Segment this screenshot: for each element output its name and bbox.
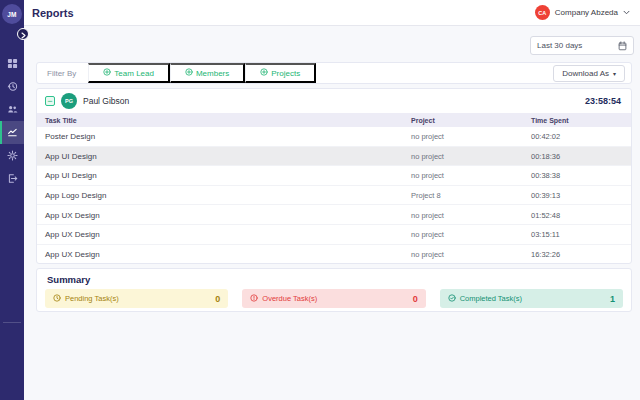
total-time-spent: 23:58:54 <box>585 96 621 106</box>
time-spent-cell: 00:18:36 <box>531 151 560 160</box>
filter-members-button[interactable]: Members <box>170 63 245 83</box>
column-task-title: Task Title <box>45 117 77 124</box>
summary-title: Summary <box>47 274 631 285</box>
task-title-cell: App UX Design <box>45 250 100 259</box>
project-cell: no project <box>411 210 444 219</box>
user-name: Paul Gibson <box>83 96 129 106</box>
filter-bar: Filter By Team Lead Members Projects Dow… <box>36 62 632 84</box>
sidebar-item-logout[interactable] <box>0 167 24 190</box>
download-as-button[interactable]: Download As ▾ <box>553 65 625 82</box>
pending-tasks-label: Pending Task(s) <box>65 294 119 303</box>
download-as-label: Download As <box>562 69 609 78</box>
sidebar-item-dashboard[interactable] <box>0 52 24 75</box>
logout-icon <box>7 173 18 184</box>
filter-by-label: Filter By <box>37 69 88 78</box>
top-header: Reports CA Company Abzeda <box>24 0 640 26</box>
time-spent-cell: 00:39:13 <box>531 191 560 200</box>
project-cell: no project <box>411 250 444 259</box>
time-spent-cell: 00:42:02 <box>531 132 560 141</box>
table-row[interactable]: App UI Design no project 00:38:38 <box>37 166 631 186</box>
pending-tasks-count: 0 <box>215 294 220 304</box>
table-header: Task Title Project Time Spent <box>37 113 631 127</box>
chevron-right-icon <box>21 25 26 43</box>
account-avatar: CA <box>535 5 550 20</box>
alert-circle-icon <box>250 294 258 304</box>
filter-team-lead-button[interactable]: Team Lead <box>88 63 170 83</box>
time-spent-cell: 00:38:38 <box>531 171 560 180</box>
account-name: Company Abzeda <box>555 8 618 17</box>
summary-panel: Summary Pending Task(s) 0 Overdue Task(s… <box>36 268 632 312</box>
check-circle-icon <box>448 294 456 304</box>
time-spent-cell: 16:32:26 <box>531 250 560 259</box>
date-range-value: Last 30 days <box>537 41 582 50</box>
project-cell: no project <box>411 230 444 239</box>
report-panel: − PG Paul Gibson 23:58:54 Task Title Pro… <box>36 88 632 264</box>
time-spent-cell: 03:15:11 <box>531 230 560 239</box>
sidebar: JM <box>0 0 24 400</box>
filter-members-label: Members <box>196 69 229 78</box>
clock-icon <box>53 294 61 304</box>
sidebar-item-settings[interactable] <box>0 144 24 167</box>
sidebar-divider <box>3 322 21 323</box>
account-menu[interactable]: CA Company Abzeda <box>535 5 630 20</box>
collapse-toggle[interactable]: − <box>45 96 55 106</box>
table-row[interactable]: App Logo Design Project 8 00:39:13 <box>37 186 631 206</box>
table-row[interactable]: App UI Design no project 00:18:36 <box>37 147 631 167</box>
completed-tasks-card: Completed Task(s) 1 <box>440 289 623 308</box>
filter-team-lead-label: Team Lead <box>114 69 154 78</box>
dashboard-icon <box>7 58 18 69</box>
filter-projects-label: Projects <box>271 69 300 78</box>
user-group-row: − PG Paul Gibson 23:58:54 <box>37 89 631 113</box>
sidebar-nav <box>0 52 24 190</box>
overdue-tasks-label: Overdue Task(s) <box>262 294 317 303</box>
task-title-cell: App Logo Design <box>45 191 106 200</box>
project-cell: Project 8 <box>411 191 441 200</box>
calendar-icon <box>618 41 627 51</box>
completed-tasks-label: Completed Task(s) <box>460 294 522 303</box>
sidebar-expand-button[interactable] <box>17 28 29 40</box>
sidebar-item-reports[interactable] <box>0 121 24 144</box>
plus-circle-icon <box>260 68 268 78</box>
project-cell: no project <box>411 151 444 160</box>
sidebar-item-history[interactable] <box>0 75 24 98</box>
project-cell: no project <box>411 132 444 141</box>
overdue-tasks-count: 0 <box>413 294 418 304</box>
settings-icon <box>7 150 18 161</box>
reports-icon <box>7 127 18 138</box>
sidebar-item-team[interactable] <box>0 98 24 121</box>
team-icon <box>7 104 18 115</box>
plus-circle-icon <box>103 68 111 78</box>
column-project: Project <box>411 117 435 124</box>
task-title-cell: Poster Design <box>45 132 95 141</box>
table-row[interactable]: Poster Design no project 00:42:02 <box>37 127 631 147</box>
overdue-tasks-card: Overdue Task(s) 0 <box>242 289 425 308</box>
summary-cards: Pending Task(s) 0 Overdue Task(s) 0 Comp… <box>45 289 623 308</box>
task-title-cell: App UX Design <box>45 230 100 239</box>
caret-down-icon: ▾ <box>613 70 616 77</box>
task-title-cell: App UI Design <box>45 171 97 180</box>
filter-projects-button[interactable]: Projects <box>245 63 316 83</box>
page-title: Reports <box>32 7 74 19</box>
workspace-avatar[interactable]: JM <box>2 4 22 24</box>
table-row[interactable]: App UX Design no project 03:15:11 <box>37 225 631 245</box>
table-row[interactable]: App UX Design no project 01:52:48 <box>37 205 631 225</box>
task-title-cell: App UX Design <box>45 210 100 219</box>
chevron-down-icon <box>623 10 630 15</box>
plus-circle-icon <box>185 68 193 78</box>
pending-tasks-card: Pending Task(s) 0 <box>45 289 228 308</box>
task-title-cell: App UI Design <box>45 151 97 160</box>
column-time-spent: Time Spent <box>531 117 569 124</box>
user-avatar: PG <box>61 93 77 109</box>
project-cell: no project <box>411 171 444 180</box>
minus-icon: − <box>47 97 52 106</box>
history-icon <box>7 81 18 92</box>
completed-tasks-count: 1 <box>610 294 615 304</box>
table-row[interactable]: App UX Design no project 16:32:26 <box>37 245 631 264</box>
time-spent-cell: 01:52:48 <box>531 210 560 219</box>
date-range-picker[interactable]: Last 30 days <box>530 36 634 55</box>
